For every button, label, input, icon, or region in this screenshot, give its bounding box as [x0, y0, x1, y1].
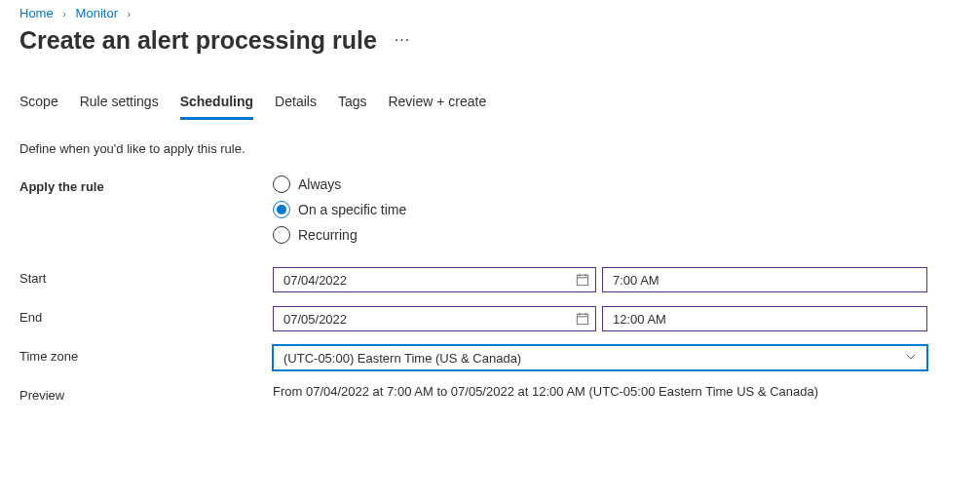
breadcrumb-home[interactable]: Home: [19, 6, 54, 20]
chevron-right-icon: ›: [62, 8, 66, 19]
radio-always[interactable]: Always: [273, 175, 935, 193]
start-time-value: 7:00 AM: [613, 273, 660, 288]
time-zone-value: (UTC-05:00) Eastern Time (US & Canada): [283, 351, 521, 366]
svg-rect-4: [577, 314, 587, 325]
end-time-input[interactable]: 12:00 AM: [602, 306, 927, 331]
chevron-right-icon: ›: [128, 8, 132, 19]
preview-text: From 07/04/2022 at 7:00 AM to 07/05/2022…: [273, 384, 935, 399]
preview-label: Preview: [19, 384, 273, 403]
end-date-value: 07/05/2022: [283, 312, 347, 327]
radio-recurring[interactable]: Recurring: [273, 226, 935, 244]
radio-specific-time-label: On a specific time: [298, 202, 406, 217]
radio-icon: [273, 226, 290, 244]
svg-rect-0: [577, 275, 587, 286]
breadcrumb: Home › Monitor ›: [19, 6, 961, 20]
end-label: End: [19, 306, 273, 325]
radio-recurring-label: Recurring: [298, 227, 358, 243]
tab-rule-settings[interactable]: Rule settings: [80, 94, 159, 120]
chevron-down-icon: [905, 351, 917, 365]
end-date-input[interactable]: 07/05/2022: [273, 306, 596, 331]
calendar-icon: [576, 273, 589, 287]
start-time-input[interactable]: 7:00 AM: [602, 267, 927, 292]
start-date-input[interactable]: 07/04/2022: [273, 267, 596, 292]
start-date-value: 07/04/2022: [283, 273, 347, 288]
apply-rule-label: Apply the rule: [19, 175, 273, 194]
instruction-text: Define when you'd like to apply this rul…: [19, 141, 961, 156]
tabs: Scope Rule settings Scheduling Details T…: [19, 94, 961, 120]
calendar-icon: [576, 312, 589, 326]
tab-tags[interactable]: Tags: [338, 94, 367, 120]
page-title: Create an alert processing rule: [19, 26, 377, 55]
radio-always-label: Always: [298, 176, 341, 192]
tab-scheduling[interactable]: Scheduling: [180, 94, 253, 120]
radio-on-specific-time[interactable]: On a specific time: [273, 201, 935, 218]
start-label: Start: [19, 267, 273, 286]
tab-review-create[interactable]: Review + create: [388, 94, 486, 120]
more-icon[interactable]: ···: [395, 31, 410, 49]
end-time-value: 12:00 AM: [613, 312, 666, 327]
tab-details[interactable]: Details: [275, 94, 317, 120]
time-zone-label: Time zone: [19, 345, 273, 364]
time-zone-select[interactable]: (UTC-05:00) Eastern Time (US & Canada): [273, 345, 927, 370]
radio-icon: [273, 175, 290, 193]
breadcrumb-monitor[interactable]: Monitor: [76, 6, 118, 20]
apply-rule-radio-group: Always On a specific time Recurring: [273, 175, 935, 244]
radio-icon: [273, 201, 290, 218]
tab-scope[interactable]: Scope: [19, 94, 58, 120]
